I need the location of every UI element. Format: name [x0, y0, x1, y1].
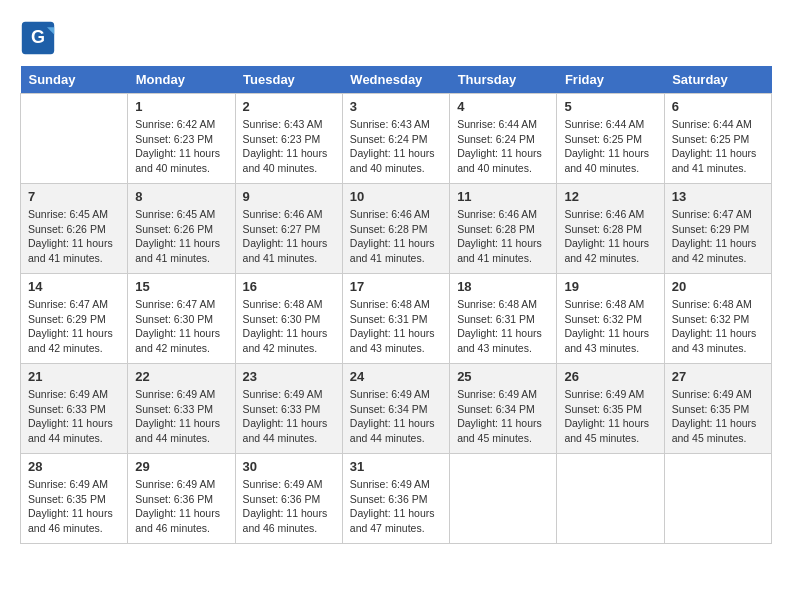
day-cell: 28Sunrise: 6:49 AM Sunset: 6:35 PM Dayli…	[21, 454, 128, 544]
day-number: 29	[135, 459, 227, 474]
calendar-table: SundayMondayTuesdayWednesdayThursdayFrid…	[20, 66, 772, 544]
day-number: 9	[243, 189, 335, 204]
svg-text:G: G	[31, 27, 45, 47]
day-number: 3	[350, 99, 442, 114]
day-detail: Sunrise: 6:45 AM Sunset: 6:26 PM Dayligh…	[28, 207, 120, 266]
day-detail: Sunrise: 6:42 AM Sunset: 6:23 PM Dayligh…	[135, 117, 227, 176]
day-number: 10	[350, 189, 442, 204]
day-cell: 4Sunrise: 6:44 AM Sunset: 6:24 PM Daylig…	[450, 94, 557, 184]
day-detail: Sunrise: 6:44 AM Sunset: 6:25 PM Dayligh…	[564, 117, 656, 176]
week-row-5: 28Sunrise: 6:49 AM Sunset: 6:35 PM Dayli…	[21, 454, 772, 544]
header-row: SundayMondayTuesdayWednesdayThursdayFrid…	[21, 66, 772, 94]
day-detail: Sunrise: 6:45 AM Sunset: 6:26 PM Dayligh…	[135, 207, 227, 266]
day-number: 14	[28, 279, 120, 294]
day-detail: Sunrise: 6:48 AM Sunset: 6:32 PM Dayligh…	[672, 297, 764, 356]
day-detail: Sunrise: 6:48 AM Sunset: 6:32 PM Dayligh…	[564, 297, 656, 356]
day-cell: 24Sunrise: 6:49 AM Sunset: 6:34 PM Dayli…	[342, 364, 449, 454]
day-cell: 17Sunrise: 6:48 AM Sunset: 6:31 PM Dayli…	[342, 274, 449, 364]
day-number: 17	[350, 279, 442, 294]
day-cell: 11Sunrise: 6:46 AM Sunset: 6:28 PM Dayli…	[450, 184, 557, 274]
day-number: 20	[672, 279, 764, 294]
header-cell-wednesday: Wednesday	[342, 66, 449, 94]
day-cell: 8Sunrise: 6:45 AM Sunset: 6:26 PM Daylig…	[128, 184, 235, 274]
day-detail: Sunrise: 6:47 AM Sunset: 6:29 PM Dayligh…	[28, 297, 120, 356]
day-cell: 3Sunrise: 6:43 AM Sunset: 6:24 PM Daylig…	[342, 94, 449, 184]
day-number: 21	[28, 369, 120, 384]
day-number: 5	[564, 99, 656, 114]
day-detail: Sunrise: 6:49 AM Sunset: 6:36 PM Dayligh…	[243, 477, 335, 536]
logo: G	[20, 20, 60, 56]
day-cell: 21Sunrise: 6:49 AM Sunset: 6:33 PM Dayli…	[21, 364, 128, 454]
day-cell: 29Sunrise: 6:49 AM Sunset: 6:36 PM Dayli…	[128, 454, 235, 544]
day-detail: Sunrise: 6:48 AM Sunset: 6:31 PM Dayligh…	[350, 297, 442, 356]
day-number: 19	[564, 279, 656, 294]
day-cell: 31Sunrise: 6:49 AM Sunset: 6:36 PM Dayli…	[342, 454, 449, 544]
day-detail: Sunrise: 6:44 AM Sunset: 6:24 PM Dayligh…	[457, 117, 549, 176]
day-number: 16	[243, 279, 335, 294]
header-cell-saturday: Saturday	[664, 66, 771, 94]
week-row-2: 7Sunrise: 6:45 AM Sunset: 6:26 PM Daylig…	[21, 184, 772, 274]
day-number: 11	[457, 189, 549, 204]
day-detail: Sunrise: 6:46 AM Sunset: 6:28 PM Dayligh…	[457, 207, 549, 266]
header-cell-monday: Monday	[128, 66, 235, 94]
day-detail: Sunrise: 6:47 AM Sunset: 6:30 PM Dayligh…	[135, 297, 227, 356]
day-number: 6	[672, 99, 764, 114]
day-number: 28	[28, 459, 120, 474]
day-number: 13	[672, 189, 764, 204]
day-detail: Sunrise: 6:44 AM Sunset: 6:25 PM Dayligh…	[672, 117, 764, 176]
day-detail: Sunrise: 6:46 AM Sunset: 6:28 PM Dayligh…	[350, 207, 442, 266]
day-number: 25	[457, 369, 549, 384]
day-detail: Sunrise: 6:49 AM Sunset: 6:36 PM Dayligh…	[135, 477, 227, 536]
day-detail: Sunrise: 6:49 AM Sunset: 6:35 PM Dayligh…	[564, 387, 656, 446]
day-cell: 23Sunrise: 6:49 AM Sunset: 6:33 PM Dayli…	[235, 364, 342, 454]
day-cell: 1Sunrise: 6:42 AM Sunset: 6:23 PM Daylig…	[128, 94, 235, 184]
header-cell-thursday: Thursday	[450, 66, 557, 94]
day-cell: 20Sunrise: 6:48 AM Sunset: 6:32 PM Dayli…	[664, 274, 771, 364]
day-detail: Sunrise: 6:43 AM Sunset: 6:23 PM Dayligh…	[243, 117, 335, 176]
day-cell: 13Sunrise: 6:47 AM Sunset: 6:29 PM Dayli…	[664, 184, 771, 274]
page-header: G	[20, 20, 772, 56]
day-cell	[557, 454, 664, 544]
header-cell-friday: Friday	[557, 66, 664, 94]
day-detail: Sunrise: 6:49 AM Sunset: 6:35 PM Dayligh…	[28, 477, 120, 536]
day-cell: 16Sunrise: 6:48 AM Sunset: 6:30 PM Dayli…	[235, 274, 342, 364]
day-number: 18	[457, 279, 549, 294]
day-detail: Sunrise: 6:43 AM Sunset: 6:24 PM Dayligh…	[350, 117, 442, 176]
day-cell: 6Sunrise: 6:44 AM Sunset: 6:25 PM Daylig…	[664, 94, 771, 184]
day-number: 30	[243, 459, 335, 474]
day-detail: Sunrise: 6:48 AM Sunset: 6:31 PM Dayligh…	[457, 297, 549, 356]
day-cell: 15Sunrise: 6:47 AM Sunset: 6:30 PM Dayli…	[128, 274, 235, 364]
day-detail: Sunrise: 6:49 AM Sunset: 6:34 PM Dayligh…	[350, 387, 442, 446]
day-cell: 22Sunrise: 6:49 AM Sunset: 6:33 PM Dayli…	[128, 364, 235, 454]
week-row-4: 21Sunrise: 6:49 AM Sunset: 6:33 PM Dayli…	[21, 364, 772, 454]
day-cell	[450, 454, 557, 544]
day-detail: Sunrise: 6:46 AM Sunset: 6:28 PM Dayligh…	[564, 207, 656, 266]
day-cell: 12Sunrise: 6:46 AM Sunset: 6:28 PM Dayli…	[557, 184, 664, 274]
day-detail: Sunrise: 6:49 AM Sunset: 6:33 PM Dayligh…	[28, 387, 120, 446]
day-detail: Sunrise: 6:49 AM Sunset: 6:35 PM Dayligh…	[672, 387, 764, 446]
day-cell: 26Sunrise: 6:49 AM Sunset: 6:35 PM Dayli…	[557, 364, 664, 454]
day-cell: 27Sunrise: 6:49 AM Sunset: 6:35 PM Dayli…	[664, 364, 771, 454]
day-number: 8	[135, 189, 227, 204]
day-cell: 30Sunrise: 6:49 AM Sunset: 6:36 PM Dayli…	[235, 454, 342, 544]
day-cell: 5Sunrise: 6:44 AM Sunset: 6:25 PM Daylig…	[557, 94, 664, 184]
calendar-header: SundayMondayTuesdayWednesdayThursdayFrid…	[21, 66, 772, 94]
header-cell-tuesday: Tuesday	[235, 66, 342, 94]
day-detail: Sunrise: 6:49 AM Sunset: 6:34 PM Dayligh…	[457, 387, 549, 446]
day-number: 4	[457, 99, 549, 114]
day-number: 31	[350, 459, 442, 474]
day-detail: Sunrise: 6:46 AM Sunset: 6:27 PM Dayligh…	[243, 207, 335, 266]
header-cell-sunday: Sunday	[21, 66, 128, 94]
day-cell: 2Sunrise: 6:43 AM Sunset: 6:23 PM Daylig…	[235, 94, 342, 184]
day-number: 27	[672, 369, 764, 384]
day-cell: 9Sunrise: 6:46 AM Sunset: 6:27 PM Daylig…	[235, 184, 342, 274]
day-detail: Sunrise: 6:49 AM Sunset: 6:33 PM Dayligh…	[135, 387, 227, 446]
day-number: 1	[135, 99, 227, 114]
day-cell: 10Sunrise: 6:46 AM Sunset: 6:28 PM Dayli…	[342, 184, 449, 274]
day-cell: 14Sunrise: 6:47 AM Sunset: 6:29 PM Dayli…	[21, 274, 128, 364]
week-row-1: 1Sunrise: 6:42 AM Sunset: 6:23 PM Daylig…	[21, 94, 772, 184]
day-number: 7	[28, 189, 120, 204]
day-number: 24	[350, 369, 442, 384]
day-cell: 25Sunrise: 6:49 AM Sunset: 6:34 PM Dayli…	[450, 364, 557, 454]
day-number: 23	[243, 369, 335, 384]
